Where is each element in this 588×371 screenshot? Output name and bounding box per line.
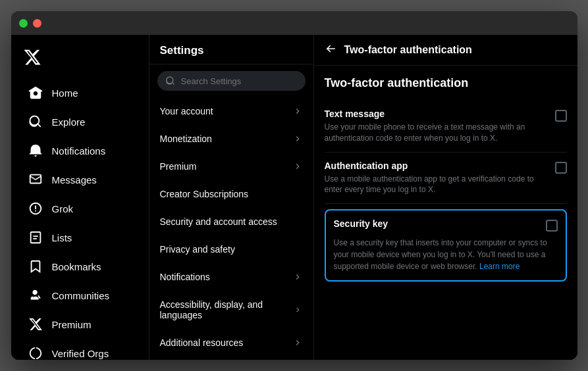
sidebar-item-explore[interactable]: Explore (16, 108, 144, 136)
right-content: Two-factor authentication Text message U… (314, 66, 577, 292)
settings-item-help-center[interactable]: Help Center (149, 357, 313, 360)
settings-label: Premium (160, 161, 197, 172)
back-button[interactable] (325, 43, 336, 57)
sidebar-label-lists: Lists (52, 232, 72, 243)
sidebar-label-bookmarks: Bookmarks (52, 261, 101, 272)
sidebar-label-notifications: Notifications (52, 145, 106, 157)
right-header: Two-factor authentication (314, 35, 577, 66)
settings-item-monetization[interactable]: Monetization (149, 125, 313, 153)
sidebar-label-grok: Grok (52, 203, 74, 214)
security-key-checkbox[interactable] (546, 220, 558, 232)
settings-label: Monetization (160, 134, 212, 144)
settings-title: Settings (149, 35, 313, 64)
chevron-right-icon (293, 305, 302, 315)
app-container: Home Explore Notifications Messages Grok (11, 35, 577, 360)
settings-item-creator-subscriptions[interactable]: Creator Subscriptions (149, 180, 313, 208)
settings-label: Creator Subscriptions (160, 189, 249, 199)
settings-item-notifications[interactable]: Notifications (149, 263, 313, 291)
auth-app-option: Authentication app Use a mobile authenti… (325, 153, 567, 205)
right-panel: Two-factor authentication Two-factor aut… (314, 35, 577, 360)
settings-label: Privacy and safety (160, 244, 235, 255)
sidebar-item-messages[interactable]: Messages (16, 166, 144, 193)
sidebar-item-verified-orgs[interactable]: Verified Orgs (16, 339, 144, 360)
search-input[interactable] (181, 76, 298, 86)
settings-label: Accessibility, display, and languages (160, 299, 294, 320)
text-message-checkbox[interactable] (555, 110, 567, 122)
chevron-right-icon (292, 272, 303, 282)
settings-panel: Settings Your account Monetization Premi… (149, 35, 314, 360)
sidebar-item-lists[interactable]: Lists (16, 224, 144, 251)
security-key-header: Security key (334, 218, 558, 232)
search-icon (165, 76, 176, 86)
sidebar-label-explore: Explore (52, 116, 86, 128)
settings-item-premium[interactable]: Premium (149, 153, 313, 180)
auth-app-label: Authentication app (325, 161, 547, 171)
settings-item-additional-resources[interactable]: Additional resources (149, 329, 313, 357)
sidebar-label-home: Home (52, 87, 78, 99)
auth-app-desc: Use a mobile authentication app to get a… (325, 174, 547, 196)
sidebar-item-communities[interactable]: Communities (16, 282, 144, 309)
settings-label: Your account (160, 106, 213, 116)
chevron-right-icon (292, 161, 303, 172)
right-header-title: Two-factor authentication (344, 44, 472, 56)
chevron-right-icon (292, 337, 303, 348)
auth-app-checkbox[interactable] (555, 162, 567, 174)
security-key-label: Security key (334, 218, 388, 229)
chevron-right-icon (292, 106, 303, 116)
sidebar-label-verified-orgs: Verified Orgs (52, 348, 109, 359)
titlebar (11, 11, 577, 35)
settings-label: Additional resources (160, 337, 244, 348)
sidebar-item-premium[interactable]: Premium (16, 310, 144, 338)
settings-item-security[interactable]: Security and account access (149, 208, 313, 235)
sidebar-label-premium: Premium (52, 319, 92, 330)
settings-label: Security and account access (160, 216, 277, 227)
text-message-label: Text message (325, 109, 547, 119)
section-title: Two-factor authentication (325, 76, 567, 90)
security-key-box: Security key Use a security key that ins… (325, 209, 567, 282)
security-key-desc: Use a security key that inserts into you… (334, 237, 558, 272)
sidebar-logo[interactable] (11, 41, 149, 78)
sidebar-label-communities: Communities (52, 290, 110, 301)
settings-label: Notifications (160, 272, 210, 282)
traffic-light-red[interactable] (33, 19, 41, 28)
settings-item-privacy[interactable]: Privacy and safety (149, 235, 313, 263)
text-message-option: Text message Use your mobile phone to re… (325, 101, 567, 153)
sidebar-item-bookmarks[interactable]: Bookmarks (16, 253, 144, 280)
text-message-text: Text message Use your mobile phone to re… (325, 109, 547, 144)
sidebar-label-messages: Messages (52, 174, 97, 186)
search-bar[interactable] (157, 71, 306, 91)
sidebar-item-grok[interactable]: Grok (16, 195, 144, 222)
settings-item-your-account[interactable]: Your account (149, 97, 313, 125)
sidebar: Home Explore Notifications Messages Grok (11, 35, 149, 360)
traffic-light-green[interactable] (19, 19, 28, 28)
text-message-desc: Use your mobile phone to receive a text … (325, 122, 547, 144)
chevron-right-icon (292, 134, 303, 144)
learn-more-link[interactable]: Learn more (479, 262, 520, 271)
sidebar-item-notifications[interactable]: Notifications (16, 137, 144, 164)
app-window: Home Explore Notifications Messages Grok (11, 11, 577, 360)
auth-app-text: Authentication app Use a mobile authenti… (325, 161, 547, 196)
sidebar-item-home[interactable]: Home (16, 79, 144, 107)
settings-item-accessibility[interactable]: Accessibility, display, and languages (149, 291, 313, 329)
